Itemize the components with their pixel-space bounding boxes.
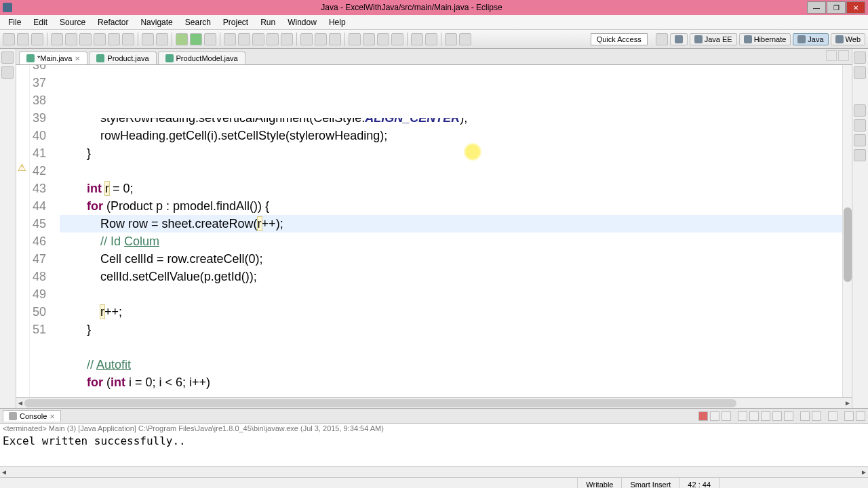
tool-icon[interactable] xyxy=(142,33,154,45)
tool-icon[interactable] xyxy=(65,33,77,45)
perspective-java-ee[interactable]: Java EE xyxy=(690,33,737,45)
tool-icon[interactable] xyxy=(252,33,264,45)
code-line[interactable]: r++; xyxy=(60,303,852,321)
menu-file[interactable]: File xyxy=(3,16,26,28)
menu-source[interactable]: Source xyxy=(54,16,91,28)
new-console-icon[interactable] xyxy=(812,411,821,421)
tool-icon[interactable] xyxy=(108,33,120,45)
tool-icon[interactable] xyxy=(51,33,63,45)
code-line[interactable]: // Id Colum xyxy=(60,232,852,250)
code-line[interactable]: } xyxy=(60,321,852,338)
warning-icon[interactable]: ⚠ xyxy=(18,162,26,173)
remove-launch-icon[interactable] xyxy=(710,411,719,421)
minimize-button[interactable]: — xyxy=(807,1,826,14)
editor-tab[interactable]: ProductModel.java xyxy=(158,52,245,64)
terminate-icon[interactable] xyxy=(698,411,708,421)
editor-tab[interactable]: Product.java xyxy=(89,52,156,64)
new-icon[interactable] xyxy=(3,33,15,45)
open-perspective-icon[interactable] xyxy=(656,33,668,45)
view-icon[interactable] xyxy=(854,104,866,117)
minimize-view-icon[interactable] xyxy=(826,50,837,61)
tool-icon[interactable] xyxy=(122,33,134,45)
tool-icon[interactable] xyxy=(79,33,92,45)
save-icon[interactable] xyxy=(17,33,29,45)
tool-icon[interactable] xyxy=(425,33,437,45)
code-line[interactable] xyxy=(60,162,852,180)
word-wrap-icon[interactable] xyxy=(761,411,770,421)
menu-navigate[interactable]: Navigate xyxy=(135,16,178,28)
tool-icon[interactable] xyxy=(94,33,106,45)
code-line[interactable]: // Autofit xyxy=(60,356,852,373)
clear-console-icon[interactable] xyxy=(738,411,747,421)
tool-icon[interactable] xyxy=(281,33,293,45)
maximize-view-icon[interactable] xyxy=(838,50,849,61)
maximize-view-icon[interactable] xyxy=(856,411,865,421)
tool-icon[interactable] xyxy=(329,33,341,45)
code-line[interactable]: for (Product p : pmodel.findAll()) { xyxy=(60,197,852,215)
tool-icon[interactable] xyxy=(156,33,168,45)
code-line[interactable]: cellId.setCellValue(p.getId()); xyxy=(60,268,852,285)
menu-edit[interactable]: Edit xyxy=(28,16,53,28)
vertical-scrollbar[interactable] xyxy=(842,65,852,397)
tool-icon[interactable] xyxy=(238,33,250,45)
code-editor[interactable]: ⚠ 36373839404142434445464748495051 style… xyxy=(16,65,852,397)
debug-icon[interactable] xyxy=(176,33,188,45)
type-hierarchy-icon[interactable] xyxy=(1,66,14,79)
menu-search[interactable]: Search xyxy=(180,16,216,28)
code-line[interactable]: Cell cellId = row.createCell(0); xyxy=(60,250,852,268)
menu-refactor[interactable]: Refactor xyxy=(92,16,134,28)
code-line[interactable] xyxy=(60,338,852,356)
close-button[interactable]: ✕ xyxy=(846,1,865,14)
tool-icon[interactable] xyxy=(391,33,403,45)
tool-icon[interactable] xyxy=(224,33,236,45)
menu-window[interactable]: Window xyxy=(282,16,322,28)
perspective-web[interactable]: Web xyxy=(831,33,865,45)
close-icon[interactable]: ✕ xyxy=(50,413,55,420)
tab-console[interactable]: Console ✕ xyxy=(3,410,61,422)
open-console-icon[interactable] xyxy=(800,411,810,421)
tool-icon[interactable] xyxy=(363,33,375,45)
scroll-lock-icon[interactable] xyxy=(749,411,759,421)
maximize-button[interactable]: ❐ xyxy=(827,1,846,14)
perspective-icon[interactable] xyxy=(670,33,688,45)
menu-project[interactable]: Project xyxy=(218,16,254,28)
display-selected-icon[interactable] xyxy=(784,411,793,421)
code-line[interactable]: for (int i = 0; i < 6; i++) xyxy=(60,373,852,391)
close-icon[interactable]: ✕ xyxy=(75,55,80,62)
code-line[interactable] xyxy=(60,285,852,303)
perspective-java[interactable]: Java xyxy=(793,33,828,45)
horizontal-scrollbar[interactable]: ◄ ► xyxy=(16,397,852,408)
tool-icon[interactable] xyxy=(377,33,389,45)
tool-icon[interactable] xyxy=(349,33,361,45)
coverage-icon[interactable] xyxy=(204,33,216,45)
save-all-icon[interactable] xyxy=(31,33,43,45)
tool-icon[interactable] xyxy=(300,33,313,45)
view-icon[interactable] xyxy=(854,149,866,161)
tool-icon[interactable] xyxy=(315,33,327,45)
tool-icon[interactable] xyxy=(267,33,279,45)
task-list-icon[interactable] xyxy=(854,66,866,79)
menu-run[interactable]: Run xyxy=(255,16,281,28)
tool-icon[interactable] xyxy=(411,33,423,45)
back-icon[interactable] xyxy=(445,33,457,45)
pin-console-icon[interactable] xyxy=(772,411,782,421)
view-icon[interactable] xyxy=(854,134,866,146)
console-scrollbar[interactable]: ◄ ► xyxy=(0,466,868,477)
forward-icon[interactable] xyxy=(459,33,471,45)
code-line[interactable]: int r = 0; xyxy=(60,180,852,197)
menu-help[interactable]: Help xyxy=(323,16,351,28)
console-menu-icon[interactable] xyxy=(828,411,837,421)
minimize-view-icon[interactable] xyxy=(844,411,854,421)
console-output[interactable]: Excel written successfully.. xyxy=(0,433,868,466)
remove-all-icon[interactable] xyxy=(722,411,731,421)
editor-tab[interactable]: *Main.java✕ xyxy=(19,52,87,64)
outline-icon[interactable] xyxy=(854,52,866,64)
run-icon[interactable] xyxy=(190,33,202,45)
code-line[interactable]: styleRowHeading.setVerticalAlignment(Cel… xyxy=(60,118,852,127)
code-line[interactable]: Row row = sheet.createRow(r++); xyxy=(60,215,852,232)
package-explorer-icon[interactable] xyxy=(1,52,14,64)
perspective-hibernate[interactable]: Hibernate xyxy=(739,33,791,45)
code-line[interactable]: } xyxy=(60,144,852,162)
view-icon[interactable] xyxy=(854,119,866,131)
code-line[interactable]: rowHeading.getCell(i).setCellStyle(style… xyxy=(60,127,852,144)
